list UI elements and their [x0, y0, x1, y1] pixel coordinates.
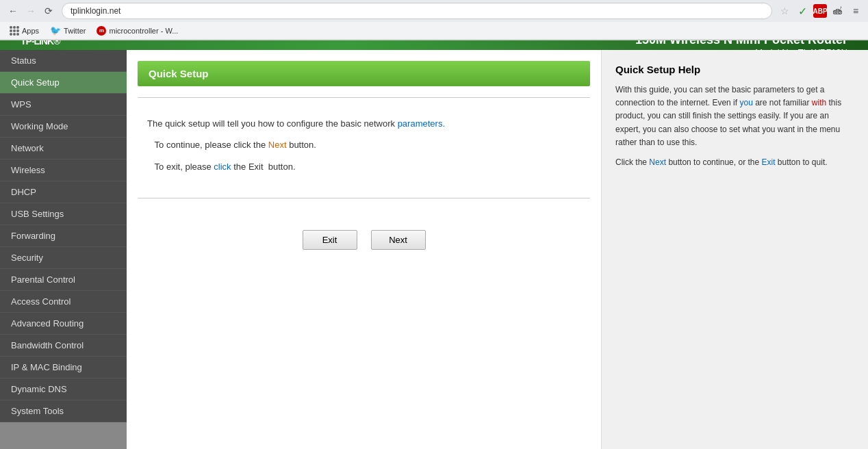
microcontroller-bookmark[interactable]: m microcontroller - W...: [92, 25, 182, 37]
check-icon[interactable]: ✓: [795, 4, 809, 18]
sidebar-label-system-tools: System Tools: [11, 406, 64, 416]
twitter-bookmark[interactable]: 🐦 Twitter: [46, 24, 90, 37]
next-button[interactable]: Next: [371, 230, 426, 250]
exit-button[interactable]: Exit: [303, 230, 357, 250]
sidebar-label-usb-settings: USB Settings: [11, 209, 64, 219]
url-text: tplinklogin.net: [71, 6, 120, 16]
browser-chrome: ← → ⟳ tplinklogin.net ☆ ✓ ABP 📾 ≡ Apps 🐦…: [0, 0, 868, 40]
reload-button[interactable]: ⟳: [41, 3, 56, 18]
sidebar-item-system-tools[interactable]: System Tools: [0, 400, 127, 422]
sidebar-item-working-mode[interactable]: Working Mode: [0, 116, 127, 138]
next-label-inline: Next: [268, 140, 287, 150]
sidebar-label-network: Network: [11, 143, 44, 153]
sidebar-label-wireless: Wireless: [11, 165, 45, 175]
click-link-inline: click: [214, 162, 231, 172]
help-exit-link: Exit: [761, 157, 775, 167]
microcontroller-label: microcontroller - W...: [109, 27, 178, 35]
content-panel: Quick Setup The quick setup will tell yo…: [127, 50, 601, 449]
help-para1: With this guide, you can set the basic p…: [615, 84, 854, 149]
back-button[interactable]: ←: [5, 3, 21, 18]
setup-content: The quick setup will tell you how to con…: [127, 109, 601, 187]
setup-line1: The quick setup will tell you how to con…: [147, 116, 580, 131]
sidebar-item-bandwidth-control[interactable]: Bandwidth Control: [0, 335, 127, 357]
twitter-label: Twitter: [64, 27, 86, 35]
sidebar-label-status: Status: [11, 55, 36, 66]
section-title-bar: Quick Setup: [138, 61, 590, 86]
sidebar-label-wps: WPS: [11, 99, 31, 110]
extension-icon[interactable]: 📾: [831, 4, 845, 18]
sidebar-item-status[interactable]: Status: [0, 50, 127, 72]
line1-link: parameters.: [398, 118, 445, 129]
sidebar-label-parental-control: Parental Control: [11, 274, 75, 285]
sidebar-label-dynamic-dns: Dynamic DNS: [11, 384, 67, 394]
browser-actions: ☆ ✓ ABP 📾 ≡: [778, 4, 863, 18]
apps-bookmark[interactable]: Apps: [5, 25, 43, 37]
setup-line2: To continue, please click the Next butto…: [147, 137, 580, 153]
device-name: 150M Wireless N Mini Pocket Router: [635, 40, 847, 47]
sidebar-item-wps[interactable]: WPS: [0, 94, 127, 116]
menu-icon[interactable]: ≡: [849, 4, 863, 18]
content-area: Quick Setup The quick setup will tell yo…: [127, 50, 868, 449]
apps-grid-icon: [10, 26, 19, 36]
sidebar-label-quick-setup: Quick Setup: [11, 77, 60, 88]
sidebar-item-wireless[interactable]: Wireless: [0, 159, 127, 181]
tplink-logo: TP-LINK®: [21, 40, 60, 50]
help-para2: Click the Next button to continue, or th…: [615, 156, 854, 169]
sidebar-item-dynamic-dns[interactable]: Dynamic DNS: [0, 379, 127, 400]
abp-icon[interactable]: ABP: [813, 4, 827, 18]
section-title: Quick Setup: [149, 68, 579, 79]
sidebar-item-access-control[interactable]: Access Control: [0, 291, 127, 313]
sidebar-label-ip-mac-binding: IP & MAC Binding: [11, 362, 82, 372]
sidebar-label-forwarding: Forwarding: [11, 231, 55, 241]
help-text: With this guide, you can set the basic p…: [615, 84, 854, 169]
sidebar-label-dhcp: DHCP: [11, 187, 36, 197]
device-info: 150M Wireless N Mini Pocket Router Model…: [635, 40, 847, 50]
sidebar-item-network[interactable]: Network: [0, 138, 127, 159]
microcontroller-site-icon: m: [97, 26, 106, 36]
divider-bottom: [138, 198, 590, 198]
quick-setup-area: Quick Setup The quick setup will tell yo…: [127, 50, 601, 449]
forward-button[interactable]: →: [23, 3, 38, 18]
divider-top: [138, 97, 590, 98]
logo-text: TP-LINK: [21, 40, 53, 47]
bookmarks-bar: Apps 🐦 Twitter m microcontroller - W...: [0, 22, 868, 40]
sidebar-label-advanced-routing: Advanced Routing: [11, 318, 84, 329]
exit-label-inline: Exit: [248, 162, 264, 172]
twitter-bird-icon: 🐦: [50, 25, 61, 36]
sidebar-item-parental-control[interactable]: Parental Control: [0, 269, 127, 291]
tplink-header: TP-LINK® 150M Wireless N Mini Pocket Rou…: [0, 40, 868, 50]
logo-sup: ®: [53, 40, 60, 47]
sidebar: Status Quick Setup WPS Working Mode Netw…: [0, 50, 127, 449]
browser-titlebar: ← → ⟳ tplinklogin.net ☆ ✓ ABP 📾 ≡: [0, 0, 868, 22]
line1-prefix: The quick setup will tell you how to con…: [147, 118, 398, 129]
sidebar-label-access-control: Access Control: [11, 296, 71, 307]
sidebar-item-dhcp[interactable]: DHCP: [0, 181, 127, 203]
help-title: Quick Setup Help: [615, 64, 854, 75]
help-red-1: with: [812, 98, 826, 107]
sidebar-item-security[interactable]: Security: [0, 247, 127, 269]
help-panel: Quick Setup Help With this guide, you ca…: [601, 50, 868, 449]
button-area: Exit Next: [127, 216, 601, 264]
sidebar-label-security: Security: [11, 253, 43, 263]
sidebar-item-usb-settings[interactable]: USB Settings: [0, 203, 127, 225]
sidebar-label-bandwidth-control: Bandwidth Control: [11, 340, 84, 350]
address-bar[interactable]: tplinklogin.net: [62, 3, 772, 19]
help-next-link: Next: [649, 157, 666, 167]
sidebar-item-forwarding[interactable]: Forwarding: [0, 225, 127, 247]
nav-buttons: ← → ⟳: [5, 3, 56, 18]
model-number: Model No. TL-WR710N: [635, 47, 847, 50]
bookmark-star-icon[interactable]: ☆: [778, 4, 791, 18]
help-blue-1: you: [739, 98, 752, 107]
sidebar-item-advanced-routing[interactable]: Advanced Routing: [0, 313, 127, 335]
sidebar-label-working-mode: Working Mode: [11, 121, 68, 131]
main-content: Status Quick Setup WPS Working Mode Netw…: [0, 50, 868, 449]
sidebar-bottom: [0, 422, 127, 449]
page-wrapper: TP-LINK® 150M Wireless N Mini Pocket Rou…: [0, 40, 868, 449]
sidebar-item-quick-setup[interactable]: Quick Setup: [0, 72, 127, 94]
setup-line3: To exit, please click the Exit button.: [147, 159, 580, 175]
sidebar-item-ip-mac-binding[interactable]: IP & MAC Binding: [0, 357, 127, 379]
apps-label: Apps: [22, 27, 39, 35]
